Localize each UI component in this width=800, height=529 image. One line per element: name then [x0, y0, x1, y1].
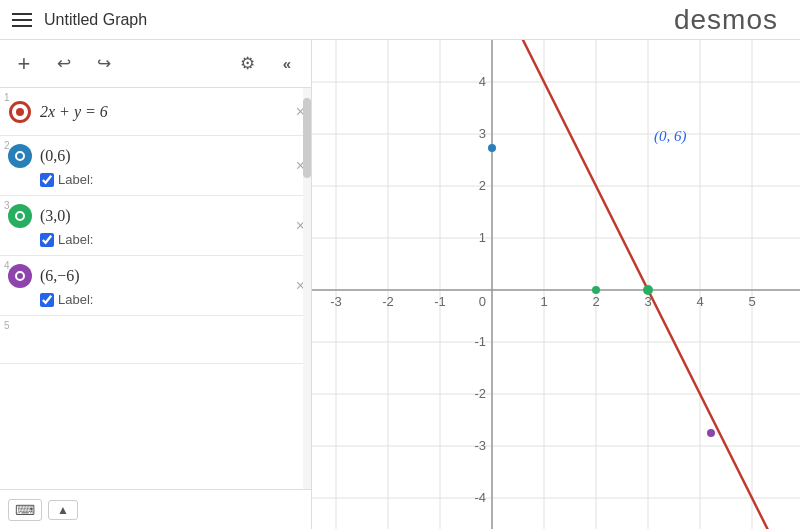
expr-icon-4	[8, 264, 32, 288]
expr-number-3: 3	[4, 200, 10, 211]
graph-title: Untitled Graph	[44, 11, 662, 29]
scroll-up-button[interactable]: ▲	[48, 500, 78, 520]
expr-formula-4[interactable]: (6,−6)	[40, 267, 80, 285]
expr-label-row-4: Label:	[40, 292, 283, 307]
graph-point-3-0	[592, 286, 600, 294]
expr-number-4: 4	[4, 260, 10, 271]
expr-icon-1	[8, 100, 32, 124]
expr-number-2: 2	[4, 140, 10, 151]
redo-button[interactable]: ↪	[88, 48, 120, 80]
expression-item-2: 2 (0,6) Label: ×	[0, 136, 311, 196]
topbar: Untitled Graph desmos	[0, 0, 800, 40]
scrollbar-track	[303, 88, 311, 489]
expr-number-1: 1	[4, 92, 10, 103]
label-checkbox-2[interactable]	[40, 173, 54, 187]
expr-label-row-2: Label:	[40, 172, 283, 187]
expression-item-1: 1 2x + y = 6 ×	[0, 88, 311, 136]
expr-row-2: (0,6)	[8, 144, 283, 168]
expr-label-row-3: Label:	[40, 232, 283, 247]
keyboard-button[interactable]: ⌨	[8, 499, 42, 521]
graph-canvas	[312, 40, 800, 529]
graph-point-0-6	[488, 144, 496, 152]
graph-area[interactable]: (0, 6) (3, 0) (6, −6)	[312, 40, 800, 529]
bottom-bar: ⌨ ▲	[0, 489, 311, 529]
expr-row-4: (6,−6)	[8, 264, 283, 288]
expr-row-3: (3,0)	[8, 204, 283, 228]
expr-formula-3[interactable]: (3,0)	[40, 207, 71, 225]
expression-list: 1 2x + y = 6 × 2	[0, 88, 311, 489]
desmos-logo: desmos	[674, 4, 778, 36]
graph-point-6-neg6	[707, 429, 715, 437]
scrollbar-thumb[interactable]	[303, 98, 311, 178]
label-text-3: Label:	[58, 232, 93, 247]
label-checkbox-3[interactable]	[40, 233, 54, 247]
expression-item-4: 4 (6,−6) Label: ×	[0, 256, 311, 316]
collapse-panel-button[interactable]: «	[271, 48, 303, 80]
label-text-2: Label:	[58, 172, 93, 187]
left-panel: + ↩ ↪ ⚙ « 1 2x + y = 6 ×	[0, 40, 312, 529]
expr-formula-1[interactable]: 2x + y = 6	[40, 103, 108, 121]
expr-formula-2[interactable]: (0,6)	[40, 147, 71, 165]
label-checkbox-4[interactable]	[40, 293, 54, 307]
settings-button[interactable]: ⚙	[231, 48, 263, 80]
hamburger-menu[interactable]	[12, 13, 32, 27]
expr-icon-2	[8, 144, 32, 168]
add-expression-button[interactable]: +	[8, 48, 40, 80]
label-text-4: Label:	[58, 292, 93, 307]
expression-item-5[interactable]: 5	[0, 316, 311, 364]
expr-row-1: 2x + y = 6	[8, 100, 283, 124]
expr-icon-3	[8, 204, 32, 228]
expr-icon-center-1	[16, 108, 24, 116]
expression-item-3: 3 (3,0) Label: ×	[0, 196, 311, 256]
point-label-0-6: (0, 6)	[654, 128, 687, 145]
expr-icon-ring-1	[9, 101, 31, 123]
toolbar: + ↩ ↪ ⚙ «	[0, 40, 311, 88]
expr-number-5: 5	[4, 320, 10, 331]
undo-button[interactable]: ↩	[48, 48, 80, 80]
main-layout: + ↩ ↪ ⚙ « 1 2x + y = 6 ×	[0, 40, 800, 529]
